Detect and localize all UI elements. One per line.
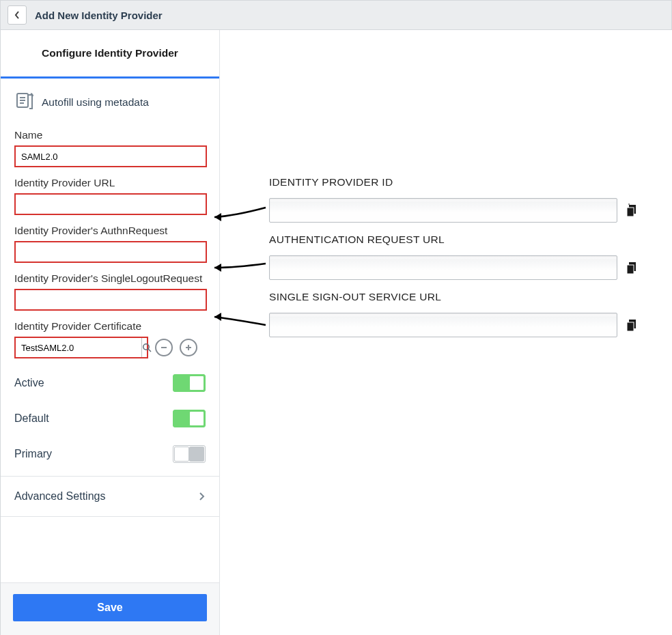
idp-url-input[interactable]: [14, 193, 207, 215]
advanced-settings-row[interactable]: Advanced Settings: [1, 476, 219, 517]
chevron-right-icon: [199, 491, 206, 502]
name-label: Name: [14, 129, 206, 141]
signout-url-label: SINGLE SIGN-OUT SERVICE URL: [269, 291, 642, 303]
toggle-row-primary: Primary: [1, 436, 219, 472]
idp-id-label: IDENTITY PROVIDER ID: [269, 176, 642, 188]
cert-lookup-field[interactable]: [14, 337, 148, 358]
svg-marker-15: [214, 213, 221, 221]
left-panel: Configure Identity Provider Autofill usi…: [0, 30, 220, 635]
copy-icon: [626, 318, 639, 332]
search-icon: [142, 343, 152, 352]
default-toggle[interactable]: [173, 410, 206, 427]
svg-rect-10: [627, 208, 634, 216]
default-label: Default: [14, 412, 49, 425]
primary-toggle[interactable]: [173, 445, 206, 463]
active-toggle[interactable]: [173, 374, 206, 392]
document-metadata-icon: [14, 91, 35, 114]
minus-icon: [160, 343, 168, 352]
back-button[interactable]: [8, 5, 27, 25]
svg-marker-16: [214, 264, 221, 272]
arrow-annotation-icon: [208, 202, 269, 223]
toggle-row-default: Default: [1, 401, 219, 436]
svg-rect-14: [627, 322, 634, 331]
autofill-metadata-link[interactable]: Autofill using metadata: [1, 79, 219, 129]
remove-cert-button[interactable]: [155, 339, 173, 356]
advanced-settings-label: Advanced Settings: [14, 490, 105, 503]
cert-label: Identity Provider Certificate: [14, 320, 206, 333]
svg-point-4: [143, 344, 149, 350]
header-bar: Add New Identity Provider: [0, 0, 672, 30]
copy-icon: [626, 203, 639, 217]
svg-line-5: [148, 349, 151, 352]
svg-rect-12: [627, 265, 634, 274]
toggle-row-active: Active: [1, 365, 219, 401]
plus-icon: [184, 343, 193, 352]
save-button[interactable]: Save: [13, 594, 207, 621]
panel-footer: Save: [1, 582, 219, 635]
cert-lookup-button[interactable]: [141, 338, 152, 357]
auth-url-readonly-field[interactable]: [269, 255, 617, 280]
idp-id-readonly-field[interactable]: [269, 198, 617, 223]
active-label: Active: [14, 377, 44, 389]
copy-idp-id-button[interactable]: [623, 201, 642, 220]
tab-label: Configure Identity Provider: [42, 47, 178, 59]
chevron-left-icon: [14, 10, 20, 20]
page-title: Add New Identity Provider: [35, 10, 163, 21]
idp-url-label: Identity Provider URL: [14, 177, 206, 189]
name-input[interactable]: [14, 145, 207, 167]
autofill-label: Autofill using metadata: [42, 96, 149, 109]
cert-input[interactable]: [16, 338, 141, 357]
copy-icon: [626, 261, 639, 274]
arrow-annotation-icon: [208, 255, 269, 276]
right-panel: IDENTITY PROVIDER ID AUTHENTICATION REQU…: [220, 30, 672, 635]
signout-url-readonly-field[interactable]: [269, 313, 617, 337]
copy-auth-url-button[interactable]: [623, 258, 642, 277]
slo-label: Identity Provider's SingleLogoutRequest: [14, 272, 206, 285]
authn-label: Identity Provider's AuthnRequest: [14, 225, 206, 237]
arrow-annotation-icon: [208, 310, 269, 330]
copy-signout-url-button[interactable]: [623, 315, 642, 335]
add-cert-button[interactable]: [180, 339, 197, 356]
slo-input[interactable]: [14, 289, 207, 311]
svg-marker-17: [214, 313, 221, 321]
tab-configure-idp[interactable]: Configure Identity Provider: [1, 30, 219, 76]
auth-url-label: AUTHENTICATION REQUEST URL: [269, 234, 642, 246]
authn-input[interactable]: [14, 241, 207, 263]
primary-label: Primary: [14, 448, 52, 460]
